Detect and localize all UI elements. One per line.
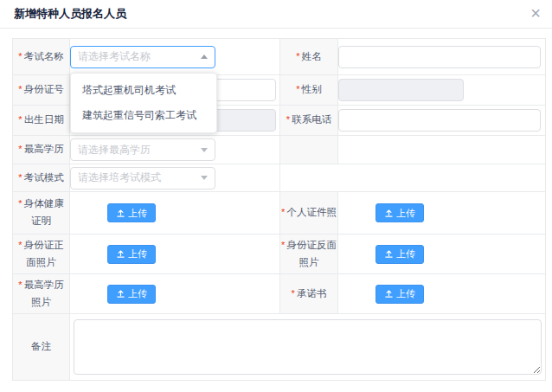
health-cert-label: *身体健康证明 [13, 192, 70, 235]
empty-label-cell [280, 136, 338, 164]
upload-icon [384, 209, 394, 218]
empty-cell [338, 136, 546, 164]
chevron-down-icon [201, 148, 208, 152]
exam-mode-placeholder: 请选择培考试模式 [78, 170, 161, 185]
education-photo-upload-button[interactable]: 上传 [107, 285, 156, 304]
registration-form: *考试名称 请选择考试名称 塔式起重机司机考试 建筑起重信号司索工考试 *姓名 … [12, 38, 546, 381]
form-row-exam-mode: *考试模式 请选择培考试模式 [13, 164, 546, 192]
id-number-label: *身份证号 [13, 75, 70, 106]
required-marker: * [18, 280, 22, 290]
required-marker: * [281, 207, 285, 217]
education-label: *最高学历 [13, 136, 70, 164]
exam-name-select[interactable]: 请选择考试名称 [70, 46, 215, 68]
dialog-title: 新增特种人员报名人员 [14, 6, 126, 22]
form-row-exam-name: *考试名称 请选择考试名称 塔式起重机司机考试 建筑起重信号司索工考试 *姓名 [13, 39, 546, 75]
dialog-header: 新增特种人员报名人员 [0, 0, 552, 29]
form-row-remarks: 备注 [13, 314, 546, 381]
dropdown-option-tower-crane[interactable]: 塔式起重机司机考试 [71, 78, 216, 103]
full-name-input[interactable] [338, 46, 541, 68]
upload-icon [116, 209, 125, 218]
form-row-id-photos: *身份证正面照片 上传 *身份证反面照片 上传 [13, 235, 546, 274]
required-marker: * [296, 51, 299, 61]
upload-icon [384, 249, 394, 259]
commitment-letter-label: *承诺书 [280, 274, 338, 314]
education-placeholder: 请选择最高学历 [78, 143, 151, 157]
exam-name-label: *考试名称 [13, 39, 70, 75]
remarks-label: 备注 [13, 314, 70, 381]
exam-name-placeholder: 请选择考试名称 [78, 49, 151, 64]
full-name-label: *姓名 [280, 39, 338, 75]
education-photo-label: *最高学历照片 [13, 274, 70, 314]
required-marker: * [18, 114, 22, 125]
id-back-photo-label: *身份证反面照片 [280, 235, 338, 274]
id-front-upload-button[interactable]: 上传 [107, 245, 156, 264]
form-row-edu-commitment: *最高学历照片 上传 *承诺书 上传 [13, 274, 546, 314]
phone-label: *联系电话 [280, 106, 338, 136]
close-icon[interactable]: × [530, 4, 541, 22]
required-marker: * [292, 288, 295, 299]
gender-label: *性别 [280, 75, 338, 106]
personal-photo-upload-button[interactable]: 上传 [375, 203, 424, 222]
education-select[interactable]: 请选择最高学历 [70, 138, 215, 161]
gender-input [338, 79, 464, 101]
required-marker: * [296, 84, 299, 94]
phone-input[interactable] [338, 109, 541, 132]
upload-icon [116, 289, 125, 299]
birth-date-label: *出生日期 [13, 106, 70, 136]
commitment-upload-button[interactable]: 上传 [375, 285, 424, 304]
health-cert-upload-button[interactable]: 上传 [107, 203, 156, 222]
empty-cell [280, 164, 546, 192]
required-marker: * [18, 84, 22, 94]
required-marker: * [18, 198, 22, 209]
personal-photo-label: *个人证件照 [280, 192, 338, 235]
required-marker: * [18, 144, 22, 154]
chevron-down-icon [201, 176, 208, 180]
upload-icon [116, 249, 125, 259]
chevron-up-icon [201, 55, 208, 59]
remarks-textarea[interactable] [74, 319, 542, 375]
required-marker: * [18, 51, 22, 61]
exam-mode-label: *考试模式 [13, 164, 70, 192]
dropdown-option-signal-rigger[interactable]: 建筑起重信号司索工考试 [71, 103, 216, 128]
id-front-photo-label: *身份证正面照片 [13, 235, 70, 274]
exam-name-dropdown: 塔式起重机司机考试 建筑起重信号司索工考试 [70, 73, 217, 133]
upload-icon [384, 289, 394, 299]
required-marker: * [18, 172, 22, 183]
exam-mode-select[interactable]: 请选择培考试模式 [70, 167, 215, 190]
id-back-upload-button[interactable]: 上传 [375, 245, 424, 264]
required-marker: * [18, 240, 22, 250]
required-marker: * [286, 114, 290, 125]
form-row-education: *最高学历 请选择最高学历 [13, 136, 546, 164]
form-row-health-photo: *身体健康证明 上传 *个人证件照 上传 [13, 192, 546, 235]
required-marker: * [281, 240, 285, 250]
